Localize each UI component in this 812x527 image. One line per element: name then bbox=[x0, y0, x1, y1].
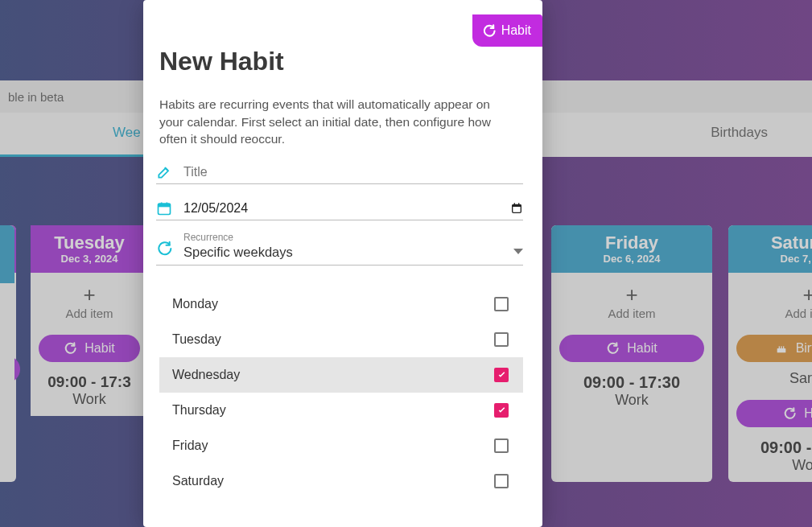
weekday-label: Saturday bbox=[172, 474, 224, 488]
habit-pill[interactable]: Habit bbox=[559, 335, 704, 362]
chevron-down-icon bbox=[513, 249, 523, 255]
day-header: Friday Dec 6, 2024 bbox=[551, 225, 712, 273]
svg-rect-9 bbox=[513, 204, 521, 207]
event-title: Work bbox=[728, 457, 812, 474]
svg-rect-3 bbox=[783, 347, 784, 349]
weekday-checkbox[interactable] bbox=[494, 297, 509, 311]
event-time: 09:00 - 17:30 bbox=[551, 373, 712, 392]
modal-type-tab[interactable]: Habit bbox=[472, 14, 542, 47]
title-input[interactable]: Title bbox=[183, 165, 523, 179]
event-title: Work bbox=[551, 392, 712, 409]
svg-rect-10 bbox=[514, 203, 515, 205]
plus-icon: + bbox=[728, 284, 812, 305]
tab-underline bbox=[0, 154, 149, 157]
weekday-label: Wednesday bbox=[172, 368, 240, 382]
edit-icon bbox=[156, 164, 172, 180]
day-header: Saturday Dec 7, 2024 bbox=[728, 225, 812, 273]
day-name: Friday bbox=[551, 233, 712, 253]
event[interactable]: 09:00 - 17:30 Work bbox=[728, 427, 812, 482]
title-field-row: Title bbox=[156, 159, 523, 184]
event[interactable]: 09:00 - 17:3 Work bbox=[31, 362, 148, 416]
day-column-sliver bbox=[0, 225, 14, 443]
add-item-button[interactable]: + Add item bbox=[551, 273, 712, 325]
plus-icon: + bbox=[31, 284, 148, 305]
weekday-row[interactable]: Saturday bbox=[159, 463, 523, 499]
day-date: Dec 7, 2024 bbox=[728, 253, 812, 265]
birthday-pill-label: Birthday bbox=[796, 341, 812, 356]
redo-icon bbox=[783, 407, 796, 420]
add-item-label: Add item bbox=[728, 307, 812, 320]
day-column: Friday Dec 6, 2024 + Add item Habit 09:0… bbox=[551, 225, 712, 482]
recurrence-field-row: Recurrence Specific weekdays bbox=[156, 232, 523, 266]
svg-rect-5 bbox=[159, 204, 171, 207]
day-column: Saturday Dec 7, 2024 + Add item Birthday… bbox=[728, 225, 812, 482]
modal-description: Habits are recurring events that will au… bbox=[159, 96, 523, 148]
habit-pill[interactable]: Habit bbox=[736, 400, 812, 427]
recurrence-select[interactable]: Recurrence Specific weekdays bbox=[183, 232, 502, 260]
habit-pill-label: Habit bbox=[804, 406, 812, 421]
weekday-label: Monday bbox=[172, 297, 218, 311]
svg-rect-0 bbox=[777, 348, 785, 352]
modal-title: New Habit bbox=[159, 47, 523, 76]
birthday-event[interactable]: Sarah bbox=[728, 362, 812, 390]
day-header: Tuesday Dec 3, 2024 bbox=[31, 225, 148, 273]
redo-icon bbox=[64, 342, 76, 355]
date-input[interactable]: 12/05/2024 bbox=[183, 201, 499, 216]
add-item-label: Add item bbox=[31, 307, 148, 320]
add-item-button[interactable]: + Add item bbox=[728, 273, 812, 325]
date-field-row: 12/05/2024 bbox=[156, 196, 523, 220]
habit-pill-label: Habit bbox=[627, 341, 657, 356]
svg-rect-1 bbox=[778, 347, 779, 349]
weekday-checkbox[interactable] bbox=[494, 332, 509, 347]
weekday-checkbox[interactable] bbox=[494, 438, 509, 453]
recurrence-value: Specific weekdays bbox=[183, 245, 502, 260]
birthday-name: Sarah bbox=[728, 370, 812, 387]
weekday-row[interactable]: Tuesday bbox=[159, 322, 523, 357]
weekday-row[interactable]: Monday bbox=[159, 286, 523, 322]
redo-icon bbox=[482, 24, 496, 38]
day-date: Dec 6, 2024 bbox=[551, 253, 712, 265]
weekday-label: Tuesday bbox=[172, 332, 221, 347]
day-date: Dec 3, 2024 bbox=[31, 253, 148, 265]
recurrence-label: Recurrence bbox=[183, 232, 502, 243]
weekday-label: Thursday bbox=[172, 403, 226, 418]
weekday-row[interactable]: Wednesday bbox=[159, 357, 523, 393]
svg-rect-11 bbox=[518, 203, 519, 205]
plus-icon: + bbox=[551, 284, 712, 305]
beta-text: ble in beta bbox=[8, 90, 64, 104]
redo-icon bbox=[156, 241, 172, 257]
weekday-checkbox[interactable] bbox=[494, 474, 509, 488]
tab-week[interactable]: Wee bbox=[113, 125, 141, 141]
habit-pill[interactable]: Habit bbox=[39, 335, 140, 362]
weekday-checkbox[interactable] bbox=[494, 403, 509, 418]
event-time: 09:00 - 17:3 bbox=[31, 373, 148, 391]
weekday-row[interactable]: Thursday bbox=[159, 393, 523, 428]
event[interactable]: 09:00 - 17:30 Work bbox=[551, 362, 712, 417]
weekday-row[interactable]: Friday bbox=[159, 428, 523, 463]
birthday-pill[interactable]: Birthday bbox=[736, 335, 812, 362]
add-item-label: Add item bbox=[551, 307, 712, 320]
cake-icon bbox=[775, 342, 788, 355]
modal-type-label: Habit bbox=[501, 23, 531, 38]
redo-icon bbox=[606, 342, 619, 355]
event-title: Work bbox=[31, 391, 148, 408]
weekday-checkbox[interactable] bbox=[494, 368, 509, 382]
tab-birthdays[interactable]: Birthdays bbox=[711, 125, 768, 141]
event-time: 09:00 - 17:30 bbox=[728, 438, 812, 457]
add-item-button[interactable]: + Add item bbox=[31, 273, 148, 325]
new-habit-modal: Habit New Habit Habits are recurring eve… bbox=[143, 0, 542, 527]
day-name: Tuesday bbox=[31, 233, 148, 253]
svg-rect-2 bbox=[781, 347, 781, 349]
habit-pill-label: Habit bbox=[84, 341, 114, 356]
calendar-icon bbox=[156, 200, 172, 216]
calendar-picker-icon[interactable] bbox=[510, 202, 523, 215]
weekday-label: Friday bbox=[172, 438, 208, 453]
day-name: Saturday bbox=[728, 233, 812, 253]
weekday-list: MondayTuesdayWednesdayThursdayFridaySatu… bbox=[159, 286, 523, 499]
